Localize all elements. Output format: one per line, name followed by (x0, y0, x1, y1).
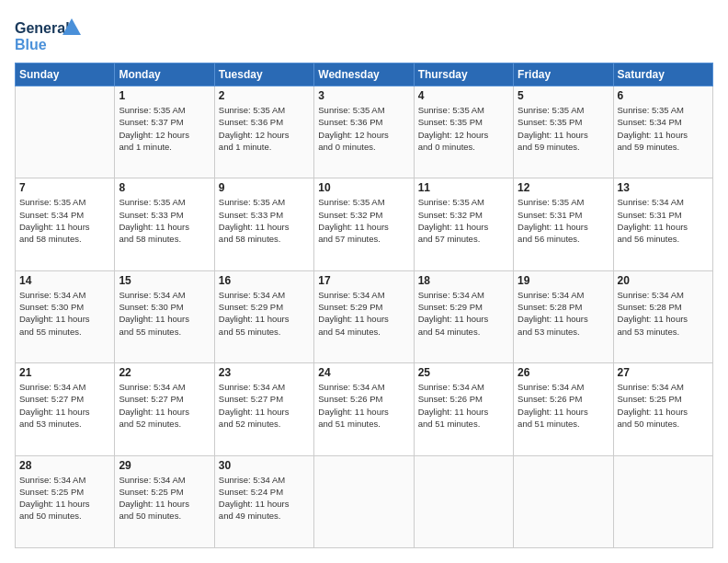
day-cell-9: 9Sunrise: 5:35 AMSunset: 5:33 PMDaylight… (214, 178, 313, 270)
day-cell-24: 24Sunrise: 5:34 AMSunset: 5:26 PMDayligh… (314, 363, 414, 455)
day-cell-30: 30Sunrise: 5:34 AMSunset: 5:24 PMDayligh… (214, 455, 313, 547)
day-number: 5 (518, 89, 609, 102)
day-number: 20 (618, 274, 709, 287)
week-row-5: 28Sunrise: 5:34 AMSunset: 5:25 PMDayligh… (16, 455, 713, 547)
weekday-monday: Monday (115, 63, 214, 86)
day-cell-5: 5Sunrise: 5:35 AMSunset: 5:35 PMDaylight… (514, 86, 613, 178)
day-cell-2: 2Sunrise: 5:35 AMSunset: 5:36 PMDaylight… (214, 86, 313, 178)
svg-text:Blue: Blue (15, 37, 47, 52)
empty-cell (514, 455, 613, 547)
day-number: 22 (119, 366, 210, 379)
header: GeneralBlue (15, 15, 713, 55)
weekday-wednesday: Wednesday (314, 63, 414, 86)
calendar-table: SundayMondayTuesdayWednesdayThursdayFrid… (15, 63, 713, 548)
empty-cell (314, 455, 414, 547)
day-info: Sunrise: 5:35 AMSunset: 5:37 PMDaylight:… (119, 104, 210, 153)
day-number: 7 (19, 181, 110, 194)
svg-text:General: General (15, 20, 70, 36)
day-number: 8 (119, 181, 210, 194)
day-number: 19 (518, 274, 609, 287)
day-cell-23: 23Sunrise: 5:34 AMSunset: 5:27 PMDayligh… (214, 363, 313, 455)
week-row-1: 1Sunrise: 5:35 AMSunset: 5:37 PMDaylight… (16, 86, 713, 178)
day-info: Sunrise: 5:35 AMSunset: 5:31 PMDaylight:… (518, 196, 609, 245)
weekday-saturday: Saturday (613, 63, 712, 86)
day-number: 24 (318, 366, 409, 379)
day-number: 23 (219, 366, 310, 379)
day-cell-1: 1Sunrise: 5:35 AMSunset: 5:37 PMDaylight… (115, 86, 214, 178)
day-info: Sunrise: 5:34 AMSunset: 5:24 PMDaylight:… (219, 474, 310, 523)
day-number: 15 (119, 274, 210, 287)
logo-icon: GeneralBlue (15, 15, 88, 55)
day-number: 10 (318, 181, 409, 194)
day-cell-18: 18Sunrise: 5:34 AMSunset: 5:29 PMDayligh… (414, 270, 513, 362)
day-info: Sunrise: 5:34 AMSunset: 5:26 PMDaylight:… (318, 381, 409, 430)
day-info: Sunrise: 5:34 AMSunset: 5:27 PMDaylight:… (119, 381, 210, 430)
day-info: Sunrise: 5:34 AMSunset: 5:26 PMDaylight:… (418, 381, 509, 430)
day-info: Sunrise: 5:35 AMSunset: 5:33 PMDaylight:… (219, 196, 310, 245)
day-cell-3: 3Sunrise: 5:35 AMSunset: 5:36 PMDaylight… (314, 86, 414, 178)
day-cell-11: 11Sunrise: 5:35 AMSunset: 5:32 PMDayligh… (414, 178, 513, 270)
weekday-tuesday: Tuesday (214, 63, 313, 86)
day-number: 2 (219, 89, 310, 102)
day-number: 3 (318, 89, 409, 102)
weekday-sunday: Sunday (16, 63, 115, 86)
day-info: Sunrise: 5:34 AMSunset: 5:27 PMDaylight:… (19, 381, 110, 430)
day-number: 17 (318, 274, 409, 287)
day-cell-27: 27Sunrise: 5:34 AMSunset: 5:25 PMDayligh… (613, 363, 712, 455)
day-number: 18 (418, 274, 509, 287)
day-info: Sunrise: 5:34 AMSunset: 5:25 PMDaylight:… (19, 474, 110, 523)
day-cell-19: 19Sunrise: 5:34 AMSunset: 5:28 PMDayligh… (514, 270, 613, 362)
day-info: Sunrise: 5:34 AMSunset: 5:29 PMDaylight:… (418, 289, 509, 338)
day-cell-21: 21Sunrise: 5:34 AMSunset: 5:27 PMDayligh… (16, 363, 115, 455)
day-number: 1 (119, 89, 210, 102)
day-info: Sunrise: 5:35 AMSunset: 5:33 PMDaylight:… (119, 196, 210, 245)
day-number: 28 (19, 459, 110, 472)
day-number: 4 (418, 89, 509, 102)
page: GeneralBlue SundayMondayTuesdayWednesday… (0, 0, 728, 563)
day-info: Sunrise: 5:34 AMSunset: 5:29 PMDaylight:… (318, 289, 409, 338)
day-info: Sunrise: 5:34 AMSunset: 5:30 PMDaylight:… (19, 289, 110, 338)
weekday-thursday: Thursday (414, 63, 513, 86)
day-info: Sunrise: 5:34 AMSunset: 5:30 PMDaylight:… (119, 289, 210, 338)
day-info: Sunrise: 5:35 AMSunset: 5:35 PMDaylight:… (418, 104, 509, 153)
day-number: 27 (618, 366, 709, 379)
day-info: Sunrise: 5:34 AMSunset: 5:27 PMDaylight:… (219, 381, 310, 430)
day-cell-6: 6Sunrise: 5:35 AMSunset: 5:34 PMDaylight… (613, 86, 712, 178)
day-number: 13 (618, 181, 709, 194)
empty-cell (414, 455, 513, 547)
day-info: Sunrise: 5:34 AMSunset: 5:28 PMDaylight:… (618, 289, 709, 338)
day-number: 6 (618, 89, 709, 102)
day-cell-12: 12Sunrise: 5:35 AMSunset: 5:31 PMDayligh… (514, 178, 613, 270)
day-number: 11 (418, 181, 509, 194)
day-cell-22: 22Sunrise: 5:34 AMSunset: 5:27 PMDayligh… (115, 363, 214, 455)
day-info: Sunrise: 5:34 AMSunset: 5:29 PMDaylight:… (219, 289, 310, 338)
day-cell-15: 15Sunrise: 5:34 AMSunset: 5:30 PMDayligh… (115, 270, 214, 362)
day-cell-25: 25Sunrise: 5:34 AMSunset: 5:26 PMDayligh… (414, 363, 513, 455)
day-cell-13: 13Sunrise: 5:34 AMSunset: 5:31 PMDayligh… (613, 178, 712, 270)
day-info: Sunrise: 5:34 AMSunset: 5:25 PMDaylight:… (119, 474, 210, 523)
day-number: 9 (219, 181, 310, 194)
day-cell-16: 16Sunrise: 5:34 AMSunset: 5:29 PMDayligh… (214, 270, 313, 362)
empty-cell (16, 86, 115, 178)
day-cell-29: 29Sunrise: 5:34 AMSunset: 5:25 PMDayligh… (115, 455, 214, 547)
day-info: Sunrise: 5:35 AMSunset: 5:32 PMDaylight:… (418, 196, 509, 245)
day-info: Sunrise: 5:34 AMSunset: 5:26 PMDaylight:… (518, 381, 609, 430)
day-info: Sunrise: 5:35 AMSunset: 5:36 PMDaylight:… (219, 104, 310, 153)
day-info: Sunrise: 5:35 AMSunset: 5:34 PMDaylight:… (618, 104, 709, 153)
day-info: Sunrise: 5:35 AMSunset: 5:35 PMDaylight:… (518, 104, 609, 153)
day-number: 12 (518, 181, 609, 194)
day-cell-10: 10Sunrise: 5:35 AMSunset: 5:32 PMDayligh… (314, 178, 414, 270)
week-row-2: 7Sunrise: 5:35 AMSunset: 5:34 PMDaylight… (16, 178, 713, 270)
day-cell-8: 8Sunrise: 5:35 AMSunset: 5:33 PMDaylight… (115, 178, 214, 270)
day-info: Sunrise: 5:35 AMSunset: 5:36 PMDaylight:… (318, 104, 409, 153)
day-number: 30 (219, 459, 310, 472)
day-info: Sunrise: 5:34 AMSunset: 5:28 PMDaylight:… (518, 289, 609, 338)
day-cell-28: 28Sunrise: 5:34 AMSunset: 5:25 PMDayligh… (16, 455, 115, 547)
day-number: 14 (19, 274, 110, 287)
day-info: Sunrise: 5:35 AMSunset: 5:32 PMDaylight:… (318, 196, 409, 245)
empty-cell (613, 455, 712, 547)
day-number: 21 (19, 366, 110, 379)
day-cell-7: 7Sunrise: 5:35 AMSunset: 5:34 PMDaylight… (16, 178, 115, 270)
weekday-header-row: SundayMondayTuesdayWednesdayThursdayFrid… (16, 63, 713, 86)
day-cell-20: 20Sunrise: 5:34 AMSunset: 5:28 PMDayligh… (613, 270, 712, 362)
